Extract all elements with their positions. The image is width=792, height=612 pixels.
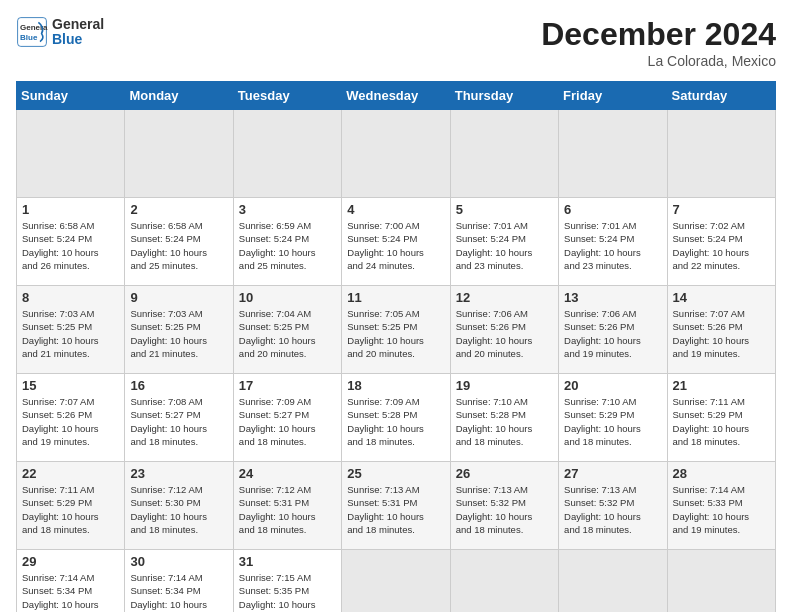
day-info: Sunrise: 7:12 AM Sunset: 5:30 PM Dayligh… xyxy=(130,483,227,536)
day-info: Sunrise: 7:06 AM Sunset: 5:26 PM Dayligh… xyxy=(564,307,661,360)
logo-blue: Blue xyxy=(52,32,104,47)
day-cell: 24Sunrise: 7:12 AM Sunset: 5:31 PM Dayli… xyxy=(233,462,341,550)
day-number: 9 xyxy=(130,290,227,305)
day-cell: 5Sunrise: 7:01 AM Sunset: 5:24 PM Daylig… xyxy=(450,198,558,286)
col-header-monday: Monday xyxy=(125,82,233,110)
day-cell: 2Sunrise: 6:58 AM Sunset: 5:24 PM Daylig… xyxy=(125,198,233,286)
day-number: 30 xyxy=(130,554,227,569)
day-number: 3 xyxy=(239,202,336,217)
day-cell: 8Sunrise: 7:03 AM Sunset: 5:25 PM Daylig… xyxy=(17,286,125,374)
week-row-4: 15Sunrise: 7:07 AM Sunset: 5:26 PM Dayli… xyxy=(17,374,776,462)
day-cell: 6Sunrise: 7:01 AM Sunset: 5:24 PM Daylig… xyxy=(559,198,667,286)
day-info: Sunrise: 7:14 AM Sunset: 5:34 PM Dayligh… xyxy=(22,571,119,612)
day-cell: 1Sunrise: 6:58 AM Sunset: 5:24 PM Daylig… xyxy=(17,198,125,286)
day-cell: 10Sunrise: 7:04 AM Sunset: 5:25 PM Dayli… xyxy=(233,286,341,374)
day-cell: 30Sunrise: 7:14 AM Sunset: 5:34 PM Dayli… xyxy=(125,550,233,613)
day-number: 19 xyxy=(456,378,553,393)
day-cell: 12Sunrise: 7:06 AM Sunset: 5:26 PM Dayli… xyxy=(450,286,558,374)
day-cell xyxy=(342,550,450,613)
col-header-friday: Friday xyxy=(559,82,667,110)
day-info: Sunrise: 6:58 AM Sunset: 5:24 PM Dayligh… xyxy=(22,219,119,272)
day-info: Sunrise: 7:02 AM Sunset: 5:24 PM Dayligh… xyxy=(673,219,770,272)
day-cell: 22Sunrise: 7:11 AM Sunset: 5:29 PM Dayli… xyxy=(17,462,125,550)
week-row-6: 29Sunrise: 7:14 AM Sunset: 5:34 PM Dayli… xyxy=(17,550,776,613)
day-info: Sunrise: 7:13 AM Sunset: 5:32 PM Dayligh… xyxy=(564,483,661,536)
day-number: 31 xyxy=(239,554,336,569)
calendar-header: SundayMondayTuesdayWednesdayThursdayFrid… xyxy=(17,82,776,110)
day-number: 20 xyxy=(564,378,661,393)
day-number: 8 xyxy=(22,290,119,305)
logo-icon: General Blue xyxy=(16,16,48,48)
location: La Colorada, Mexico xyxy=(541,53,776,69)
day-number: 28 xyxy=(673,466,770,481)
day-number: 2 xyxy=(130,202,227,217)
day-info: Sunrise: 7:05 AM Sunset: 5:25 PM Dayligh… xyxy=(347,307,444,360)
day-info: Sunrise: 7:14 AM Sunset: 5:34 PM Dayligh… xyxy=(130,571,227,612)
logo: General Blue General Blue xyxy=(16,16,104,48)
day-number: 7 xyxy=(673,202,770,217)
day-number: 12 xyxy=(456,290,553,305)
col-header-tuesday: Tuesday xyxy=(233,82,341,110)
day-number: 17 xyxy=(239,378,336,393)
day-info: Sunrise: 7:04 AM Sunset: 5:25 PM Dayligh… xyxy=(239,307,336,360)
week-row-2: 1Sunrise: 6:58 AM Sunset: 5:24 PM Daylig… xyxy=(17,198,776,286)
day-cell: 11Sunrise: 7:05 AM Sunset: 5:25 PM Dayli… xyxy=(342,286,450,374)
day-number: 6 xyxy=(564,202,661,217)
day-cell xyxy=(450,550,558,613)
day-info: Sunrise: 7:10 AM Sunset: 5:28 PM Dayligh… xyxy=(456,395,553,448)
col-header-saturday: Saturday xyxy=(667,82,775,110)
day-cell xyxy=(559,550,667,613)
day-cell: 19Sunrise: 7:10 AM Sunset: 5:28 PM Dayli… xyxy=(450,374,558,462)
svg-text:Blue: Blue xyxy=(20,33,38,42)
day-info: Sunrise: 7:10 AM Sunset: 5:29 PM Dayligh… xyxy=(564,395,661,448)
day-number: 14 xyxy=(673,290,770,305)
day-cell xyxy=(450,110,558,198)
month-year: December 2024 xyxy=(541,16,776,53)
day-cell xyxy=(17,110,125,198)
day-info: Sunrise: 7:03 AM Sunset: 5:25 PM Dayligh… xyxy=(22,307,119,360)
svg-text:General: General xyxy=(20,23,48,32)
day-cell: 20Sunrise: 7:10 AM Sunset: 5:29 PM Dayli… xyxy=(559,374,667,462)
day-info: Sunrise: 7:01 AM Sunset: 5:24 PM Dayligh… xyxy=(456,219,553,272)
week-row-3: 8Sunrise: 7:03 AM Sunset: 5:25 PM Daylig… xyxy=(17,286,776,374)
day-info: Sunrise: 7:09 AM Sunset: 5:28 PM Dayligh… xyxy=(347,395,444,448)
day-info: Sunrise: 7:14 AM Sunset: 5:33 PM Dayligh… xyxy=(673,483,770,536)
day-info: Sunrise: 7:13 AM Sunset: 5:32 PM Dayligh… xyxy=(456,483,553,536)
day-info: Sunrise: 7:11 AM Sunset: 5:29 PM Dayligh… xyxy=(673,395,770,448)
day-number: 5 xyxy=(456,202,553,217)
day-number: 27 xyxy=(564,466,661,481)
day-number: 13 xyxy=(564,290,661,305)
day-cell xyxy=(125,110,233,198)
day-cell xyxy=(667,110,775,198)
day-cell xyxy=(559,110,667,198)
day-number: 4 xyxy=(347,202,444,217)
day-info: Sunrise: 7:11 AM Sunset: 5:29 PM Dayligh… xyxy=(22,483,119,536)
day-cell xyxy=(233,110,341,198)
header-row: SundayMondayTuesdayWednesdayThursdayFrid… xyxy=(17,82,776,110)
day-info: Sunrise: 7:00 AM Sunset: 5:24 PM Dayligh… xyxy=(347,219,444,272)
day-number: 15 xyxy=(22,378,119,393)
day-number: 25 xyxy=(347,466,444,481)
day-number: 16 xyxy=(130,378,227,393)
header: General Blue General Blue December 2024 … xyxy=(16,16,776,69)
title-area: December 2024 La Colorada, Mexico xyxy=(541,16,776,69)
day-cell: 27Sunrise: 7:13 AM Sunset: 5:32 PM Dayli… xyxy=(559,462,667,550)
day-cell: 13Sunrise: 7:06 AM Sunset: 5:26 PM Dayli… xyxy=(559,286,667,374)
day-number: 24 xyxy=(239,466,336,481)
day-cell: 18Sunrise: 7:09 AM Sunset: 5:28 PM Dayli… xyxy=(342,374,450,462)
calendar-body: 1Sunrise: 6:58 AM Sunset: 5:24 PM Daylig… xyxy=(17,110,776,613)
day-cell: 16Sunrise: 7:08 AM Sunset: 5:27 PM Dayli… xyxy=(125,374,233,462)
day-cell: 7Sunrise: 7:02 AM Sunset: 5:24 PM Daylig… xyxy=(667,198,775,286)
col-header-thursday: Thursday xyxy=(450,82,558,110)
day-info: Sunrise: 6:58 AM Sunset: 5:24 PM Dayligh… xyxy=(130,219,227,272)
day-number: 29 xyxy=(22,554,119,569)
day-info: Sunrise: 7:07 AM Sunset: 5:26 PM Dayligh… xyxy=(673,307,770,360)
day-cell: 14Sunrise: 7:07 AM Sunset: 5:26 PM Dayli… xyxy=(667,286,775,374)
day-number: 26 xyxy=(456,466,553,481)
day-cell xyxy=(342,110,450,198)
day-info: Sunrise: 7:09 AM Sunset: 5:27 PM Dayligh… xyxy=(239,395,336,448)
day-cell: 15Sunrise: 7:07 AM Sunset: 5:26 PM Dayli… xyxy=(17,374,125,462)
day-cell: 23Sunrise: 7:12 AM Sunset: 5:30 PM Dayli… xyxy=(125,462,233,550)
day-cell xyxy=(667,550,775,613)
col-header-wednesday: Wednesday xyxy=(342,82,450,110)
